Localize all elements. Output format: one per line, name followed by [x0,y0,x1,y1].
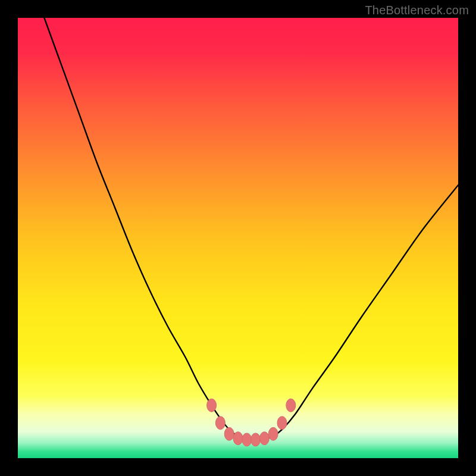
marker-point [268,427,278,440]
marker-point [224,427,234,440]
plot-area [18,18,458,458]
bottleneck-curve [44,18,458,440]
highlight-markers [207,399,296,446]
curve-layer [18,18,458,458]
marker-point [242,433,252,446]
marker-point [251,433,261,446]
marker-point [215,416,225,430]
marker-point [277,416,287,430]
marker-point [207,399,217,412]
watermark-text: TheBottleneck.com [365,4,469,17]
marker-point [233,432,243,445]
chart-frame: TheBottleneck.com [0,0,476,476]
marker-point [286,399,296,412]
marker-point [259,432,269,445]
